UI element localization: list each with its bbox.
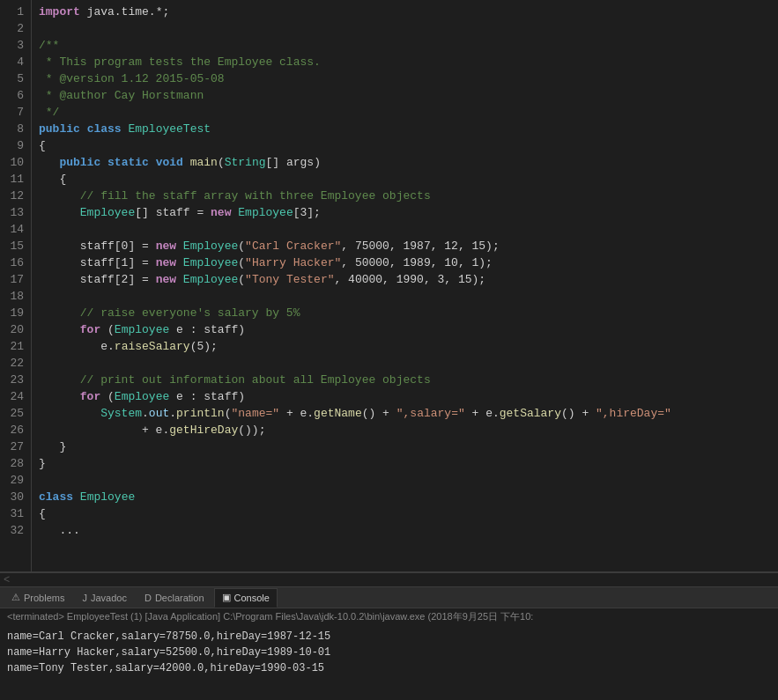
line-number: 25 bbox=[4, 405, 24, 422]
code-line bbox=[39, 221, 778, 238]
line-number: 8 bbox=[4, 121, 24, 137]
code-line: import java.time.*; bbox=[39, 4, 778, 20]
code-line: { bbox=[39, 137, 778, 154]
line-number: 20 bbox=[4, 321, 24, 338]
code-line: public class EmployeeTest bbox=[39, 121, 778, 137]
line-number: 7 bbox=[4, 104, 24, 121]
code-line: staff[0] = new Employee("Carl Cracker", … bbox=[39, 238, 778, 254]
declaration-tab-icon: D bbox=[144, 593, 152, 603]
line-number: 17 bbox=[4, 271, 24, 288]
problems-tab-label: Problems bbox=[24, 593, 64, 603]
code-line: public static void main(String[] args) bbox=[39, 154, 778, 171]
line-number: 6 bbox=[4, 87, 24, 104]
line-number: 27 bbox=[4, 438, 24, 455]
line-number: 14 bbox=[4, 221, 24, 238]
code-lines[interactable]: import java.time.*; /** * This program t… bbox=[32, 0, 778, 571]
code-line: ... bbox=[39, 522, 778, 539]
line-number: 22 bbox=[4, 355, 24, 372]
code-editor[interactable]: 1234567891011121314151617181920212223242… bbox=[0, 0, 778, 572]
line-number: 16 bbox=[4, 254, 24, 271]
line-number: 1 bbox=[4, 4, 24, 20]
line-number: 19 bbox=[4, 305, 24, 321]
line-number: 23 bbox=[4, 372, 24, 388]
tab-javadoc[interactable]: JJavadoc bbox=[74, 588, 134, 608]
tab-bar: ⚠ProblemsJJavadocDDeclaration▣Console bbox=[0, 587, 778, 608]
code-line: } bbox=[39, 438, 778, 455]
code-line: } bbox=[39, 455, 778, 472]
line-number: 29 bbox=[4, 472, 24, 489]
line-number-gutter: 1234567891011121314151617181920212223242… bbox=[0, 0, 32, 571]
line-number: 13 bbox=[4, 204, 24, 221]
console-tab-icon: ▣ bbox=[222, 592, 231, 603]
code-line: // print out information about all Emplo… bbox=[39, 372, 778, 388]
code-line: for (Employee e : staff) bbox=[39, 321, 778, 338]
code-line: staff[1] = new Employee("Harry Hacker", … bbox=[39, 254, 778, 271]
line-number: 18 bbox=[4, 288, 24, 305]
console-header: <terminated> EmployeeTest (1) [Java Appl… bbox=[0, 608, 778, 625]
line-number: 30 bbox=[4, 489, 24, 505]
line-number: 5 bbox=[4, 70, 24, 87]
code-line bbox=[39, 472, 778, 489]
code-line: class Employee bbox=[39, 489, 778, 505]
line-number: 11 bbox=[4, 171, 24, 188]
console-line: name=Carl Cracker,salary=78750.0,hireDay… bbox=[7, 629, 771, 645]
code-line: { bbox=[39, 505, 778, 522]
code-line bbox=[39, 355, 778, 372]
code-line bbox=[39, 288, 778, 305]
console-line: name=Tony Tester,salary=42000.0,hireDay=… bbox=[7, 660, 771, 676]
bottom-panel: ⚠ProblemsJJavadocDDeclaration▣Console <t… bbox=[0, 586, 778, 700]
line-number: 3 bbox=[4, 37, 24, 54]
code-line: * This program tests the Employee class. bbox=[39, 54, 778, 70]
line-number: 4 bbox=[4, 54, 24, 70]
line-number: 12 bbox=[4, 188, 24, 204]
tab-console[interactable]: ▣Console bbox=[214, 588, 278, 608]
console-output: name=Carl Cracker,salary=78750.0,hireDay… bbox=[0, 625, 778, 700]
console-tab-label: Console bbox=[234, 593, 270, 603]
line-number: 31 bbox=[4, 505, 24, 522]
line-number: 24 bbox=[4, 388, 24, 405]
code-line: * @author Cay Horstmann bbox=[39, 87, 778, 104]
tab-declaration[interactable]: DDeclaration bbox=[137, 588, 212, 608]
code-line: // fill the staff array with three Emplo… bbox=[39, 188, 778, 204]
tab-problems[interactable]: ⚠Problems bbox=[4, 588, 72, 608]
javadoc-tab-icon: J bbox=[82, 593, 87, 603]
declaration-tab-label: Declaration bbox=[155, 593, 204, 603]
line-number: 15 bbox=[4, 238, 24, 254]
line-number: 9 bbox=[4, 137, 24, 154]
problems-tab-icon: ⚠ bbox=[11, 592, 20, 603]
code-line: */ bbox=[39, 104, 778, 121]
line-number: 28 bbox=[4, 455, 24, 472]
console-line: name=Harry Hacker,salary=52500.0,hireDay… bbox=[7, 645, 771, 660]
code-line: + e.getHireDay()); bbox=[39, 422, 778, 438]
code-line bbox=[39, 20, 778, 37]
line-number: 26 bbox=[4, 422, 24, 438]
code-line: staff[2] = new Employee("Tony Tester", 4… bbox=[39, 271, 778, 288]
line-number: 10 bbox=[4, 154, 24, 171]
code-line: * @version 1.12 2015-05-08 bbox=[39, 70, 778, 87]
code-line: { bbox=[39, 171, 778, 188]
code-line: for (Employee e : staff) bbox=[39, 388, 778, 405]
code-line: // raise everyone's salary by 5% bbox=[39, 305, 778, 321]
code-line: System.out.println("name=" + e.getName()… bbox=[39, 405, 778, 422]
line-number: 21 bbox=[4, 338, 24, 355]
code-line: /** bbox=[39, 37, 778, 54]
javadoc-tab-label: Javadoc bbox=[91, 593, 127, 603]
horizontal-scrollbar[interactable]: < bbox=[4, 574, 10, 586]
code-line: Employee[] staff = new Employee[3]; bbox=[39, 204, 778, 221]
line-number: 32 bbox=[4, 522, 24, 539]
line-number: 2 bbox=[4, 20, 24, 37]
code-line: e.raiseSalary(5); bbox=[39, 338, 778, 355]
